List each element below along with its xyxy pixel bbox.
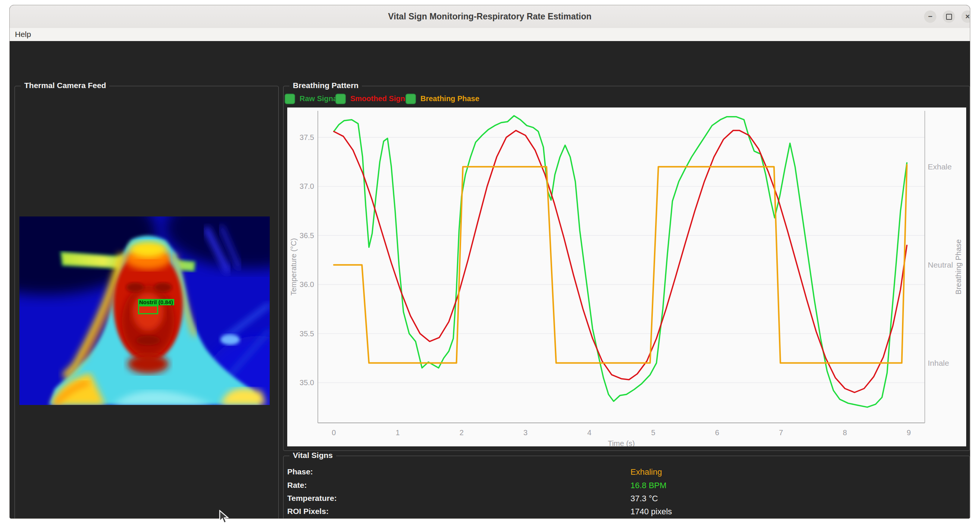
minimize-button[interactable]: −: [924, 10, 936, 23]
x-tick-label: 0: [332, 428, 336, 437]
x-tick-label: 7: [779, 428, 783, 437]
y-axis-title: Temperature (°C): [290, 238, 298, 296]
maximize-button[interactable]: [943, 10, 955, 23]
vital-row-label: Rate:: [287, 481, 307, 490]
window-title: Vital Sign Monitoring-Respiratory Rate E…: [10, 5, 970, 28]
nostril-detection-label: Nostril (0.84): [138, 299, 174, 305]
nostril-roi-box: [138, 305, 158, 314]
vital-signs-title: Vital Signs: [290, 451, 336, 460]
menu-bar: Help: [10, 28, 970, 41]
y-tick-label: 36.5: [299, 231, 314, 240]
vital-row-value: Exhaling: [630, 467, 662, 477]
mouse-cursor: [219, 510, 232, 525]
y-tick-label: 37.0: [299, 182, 314, 190]
title-bar[interactable]: Vital Sign Monitoring-Respiratory Rate E…: [10, 5, 970, 29]
thermal-camera-feed: Nostril (0.84): [19, 217, 270, 405]
vital-row-value: 37.3 °C: [630, 494, 658, 503]
legend-label: Breathing Phase: [420, 94, 479, 103]
vital-row-label: Phase:: [287, 467, 313, 476]
y-tick-label: 36.0: [299, 280, 314, 288]
y-tick-label: 35.0: [299, 379, 314, 387]
legend-checkbox-icon[interactable]: [406, 94, 416, 104]
x-tick-label: 1: [396, 428, 400, 437]
phase-axis-label: Exhale: [928, 162, 951, 171]
thermal-group-title: Thermal Camera Feed: [21, 81, 109, 90]
x-tick-label: 8: [843, 428, 847, 437]
breathing-pattern-group: Breathing Pattern Raw SignalSmoothed Sig…: [283, 86, 970, 451]
phase-axis-label: Neutral: [928, 261, 953, 269]
phase-axis-label: Inhale: [928, 359, 949, 367]
x-tick-label: 4: [587, 428, 591, 437]
breathing-pattern-chart: 37.537.036.536.035.535.00123456789Temper…: [287, 107, 966, 446]
right-axis-title: Breathing Phase: [954, 239, 963, 295]
x-axis-title: Time (s): [608, 439, 635, 446]
y-tick-label: 35.5: [299, 330, 314, 338]
vital-row-label: Temperature:: [287, 494, 337, 503]
menu-item-help[interactable]: Help: [10, 28, 36, 41]
x-tick-label: 3: [523, 428, 528, 437]
legend-checkbox-icon[interactable]: [285, 94, 295, 104]
x-tick-label: 2: [460, 428, 464, 437]
main-content: Thermal Camera Feed: [10, 41, 970, 519]
x-tick-label: 6: [715, 428, 719, 437]
x-tick-label: 5: [651, 428, 655, 437]
vital-row-value: 16.8 BPM: [630, 481, 667, 490]
vital-signs-group: Vital Signs Phase:ExhalingRate:16.8 BPMT…: [283, 456, 970, 519]
legend-label: Smoothed Signal: [350, 94, 411, 103]
series-smoothed-signal: [334, 131, 907, 393]
maximize-icon: [946, 14, 952, 20]
y-tick-label: 37.5: [299, 133, 314, 142]
chart-svg: 37.537.036.536.035.535.00123456789Temper…: [287, 107, 966, 446]
legend-checkbox-icon[interactable]: [336, 94, 346, 104]
vital-row-label: ROI Pixels:: [287, 507, 329, 516]
app-window: Vital Sign Monitoring-Respiratory Rate E…: [10, 5, 970, 519]
breathing-group-title: Breathing Pattern: [290, 81, 362, 90]
vital-row-value: 1740 pixels: [630, 507, 672, 517]
legend-label: Raw Signal: [299, 94, 339, 103]
x-tick-label: 9: [907, 428, 911, 437]
